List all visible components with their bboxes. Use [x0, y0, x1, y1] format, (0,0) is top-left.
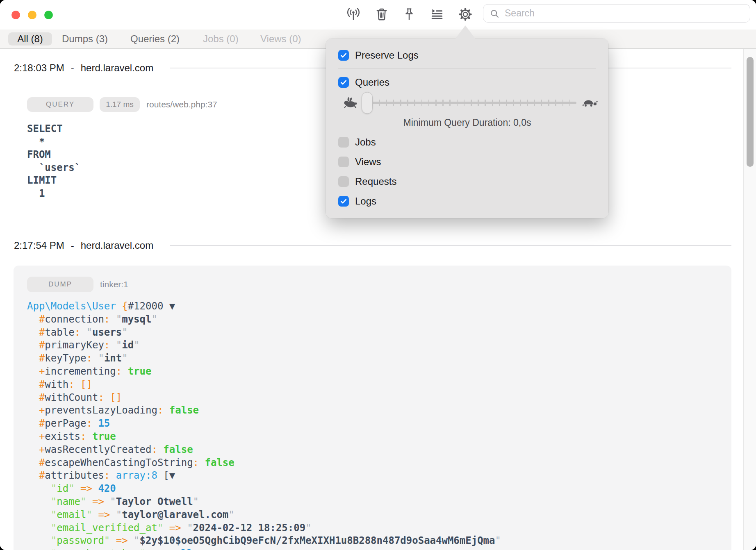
entry-host: herd.laravel.com — [81, 62, 153, 73]
preserve-logs-label: Preserve Logs — [355, 50, 419, 61]
pin-icon — [401, 7, 417, 23]
entry-header: 2:18:03 PM-herd.laravel.com — [14, 62, 153, 74]
minimize-button[interactable] — [28, 11, 36, 19]
jobs-checkbox[interactable] — [338, 137, 349, 148]
gear-icon — [458, 7, 473, 23]
entry-type-badge: DUMP — [27, 277, 93, 292]
views-checkbox[interactable] — [338, 157, 349, 167]
entry-type-label: QUERY — [46, 100, 75, 109]
source-reference: routes/web.php:37 — [146, 97, 217, 112]
settings-button[interactable] — [458, 7, 473, 23]
queries-label: Queries — [355, 77, 389, 88]
close-button[interactable] — [11, 11, 20, 19]
source-reference: tinker:1 — [100, 277, 128, 292]
entry-type-label: DUMP — [48, 280, 72, 289]
requests-row: Requests — [338, 175, 396, 188]
tab-all[interactable]: All (8) — [8, 32, 52, 45]
scrollbar-track[interactable] — [743, 49, 756, 550]
title-bar — [0, 0, 756, 30]
query-duration-badge: 1.17 ms — [100, 97, 140, 112]
entry-separator: - — [71, 62, 74, 73]
query-duration-slider-row — [326, 94, 608, 112]
zoom-button[interactable] — [44, 11, 53, 19]
clear-logs-button[interactable] — [374, 7, 389, 23]
popover-arrow — [455, 25, 475, 39]
entry-time: 2:17:54 PM — [14, 240, 64, 251]
search-input[interactable] — [504, 7, 745, 19]
query-duration-slider[interactable] — [365, 100, 576, 106]
queries-checkbox[interactable] — [338, 77, 349, 88]
views-label: Views — [355, 156, 381, 168]
dump-card: DUMP tinker:1 App\Models\User {#12000 ▼ … — [14, 266, 731, 550]
preserve-logs-checkbox[interactable] — [338, 50, 349, 61]
logs-checkbox[interactable] — [338, 196, 349, 207]
entry-header: 2:17:54 PM-herd.laravel.com — [14, 239, 153, 252]
trash-icon — [374, 7, 389, 23]
logs-label: Logs — [355, 195, 376, 207]
preserve-logs-row: Preserve Logs — [338, 49, 419, 62]
entry-separator: - — [71, 240, 74, 251]
pin-button[interactable] — [401, 7, 417, 23]
tab-jobs[interactable]: Jobs (0) — [203, 32, 239, 45]
queries-row: Queries — [338, 76, 389, 89]
rabbit-icon — [343, 95, 358, 111]
entry-type-badge: QUERY — [27, 97, 93, 112]
follow-list-icon — [429, 7, 444, 23]
search-field — [483, 4, 750, 23]
search-icon — [489, 8, 500, 19]
tab-queries[interactable]: Queries (2) — [130, 32, 180, 45]
dump-output: App\Models\User {#12000 ▼ #connection: "… — [27, 300, 501, 550]
jobs-row: Jobs — [338, 136, 376, 149]
query-duration-label: 1.17 ms — [106, 100, 134, 109]
views-row: Views — [338, 155, 381, 168]
jobs-label: Jobs — [355, 136, 376, 148]
entry-host: herd.laravel.com — [81, 240, 153, 251]
broadcast-button[interactable] — [346, 7, 361, 23]
follow-entries-button[interactable] — [429, 7, 444, 23]
tab-views[interactable]: Views (0) — [260, 32, 301, 45]
app-window: All (8) Dumps (3) Queries (2) Jobs (0) V… — [0, 0, 756, 550]
sql-code: SELECT *FROM `users`LIMIT 1 — [27, 123, 80, 200]
logs-row: Logs — [338, 195, 376, 208]
turtle-icon — [581, 95, 599, 111]
entry-time: 2:18:03 PM — [14, 62, 64, 73]
slider-thumb[interactable] — [362, 92, 373, 114]
slider-caption: Minimum Query Duration: 0,0s — [326, 117, 608, 128]
settings-popover: Preserve Logs Queries — [326, 39, 608, 218]
checkmark-icon — [339, 78, 348, 86]
requests-label: Requests — [355, 176, 396, 187]
entry-divider — [170, 245, 731, 246]
popover-divider — [338, 68, 596, 68]
requests-checkbox[interactable] — [338, 176, 349, 187]
checkmark-icon — [339, 51, 348, 59]
checkmark-icon — [339, 197, 348, 205]
scrollbar-thumb[interactable] — [747, 57, 754, 167]
broadcast-icon — [346, 7, 361, 23]
tab-dumps[interactable]: Dumps (3) — [62, 32, 108, 45]
